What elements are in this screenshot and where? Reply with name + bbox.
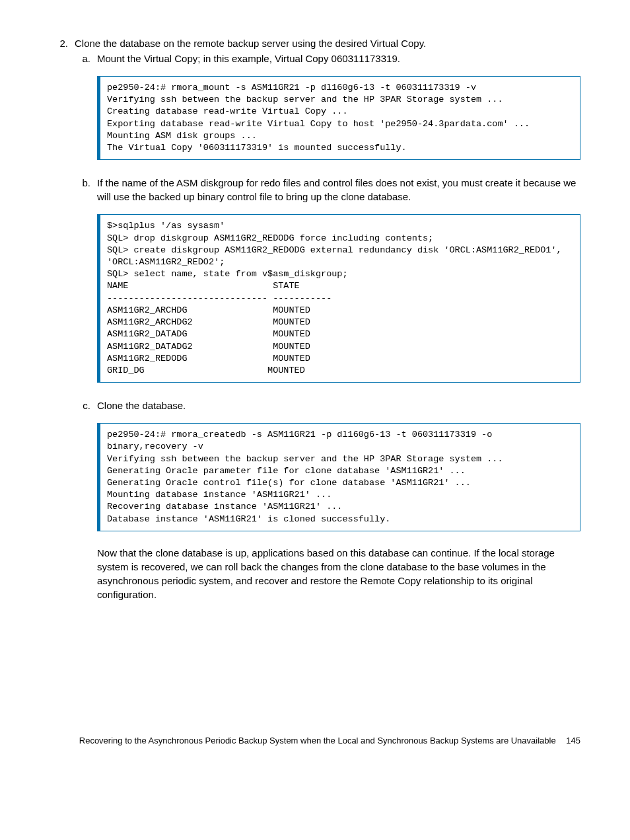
ordered-list-sub: a. Mount the Virtual Copy; in this examp… — [75, 52, 580, 601]
step-number: 2. — [50, 36, 68, 601]
substep-text: Mount the Virtual Copy; in this example,… — [97, 52, 580, 65]
list-item-c: c. Clone the database. pe2950-24:# rmora… — [75, 399, 580, 601]
substep-text: If the name of the ASM diskgroup for red… — [97, 176, 580, 204]
substep-body: If the name of the ASM diskgroup for red… — [90, 176, 580, 397]
substep-text: Clone the database. — [97, 399, 580, 412]
paragraph-after-c: Now that the clone database is up, appli… — [97, 546, 580, 601]
substep-body: Clone the database. pe2950-24:# rmora_cr… — [90, 399, 580, 601]
step-text: Clone the database on the remote backup … — [75, 36, 580, 50]
substep-number: b. — [75, 176, 90, 397]
list-item-step-2: 2. Clone the database on the remote back… — [50, 36, 580, 601]
substep-number: a. — [75, 52, 90, 174]
page: 2. Clone the database on the remote back… — [0, 0, 630, 767]
substep-body: Mount the Virtual Copy; in this example,… — [90, 52, 580, 174]
list-item-a: a. Mount the Virtual Copy; in this examp… — [75, 52, 580, 174]
ordered-list-main: 2. Clone the database on the remote back… — [50, 36, 580, 601]
code-block-sqlplus: $>sqlplus '/as sysasm' SQL> drop diskgro… — [97, 214, 580, 383]
code-block-createdb: pe2950-24:# rmora_createdb -s ASM11GR21 … — [97, 423, 580, 531]
code-block-mount: pe2950-24:# rmora_mount -s ASM11GR21 -p … — [97, 76, 580, 160]
page-number: 145 — [566, 736, 580, 745]
list-item-b: b. If the name of the ASM diskgroup for … — [75, 176, 580, 397]
substep-number: c. — [75, 399, 90, 601]
step-body: Clone the database on the remote backup … — [68, 36, 580, 601]
page-footer: Recovering to the Asynchronous Periodic … — [0, 735, 580, 747]
footer-title: Recovering to the Asynchronous Periodic … — [79, 736, 556, 745]
